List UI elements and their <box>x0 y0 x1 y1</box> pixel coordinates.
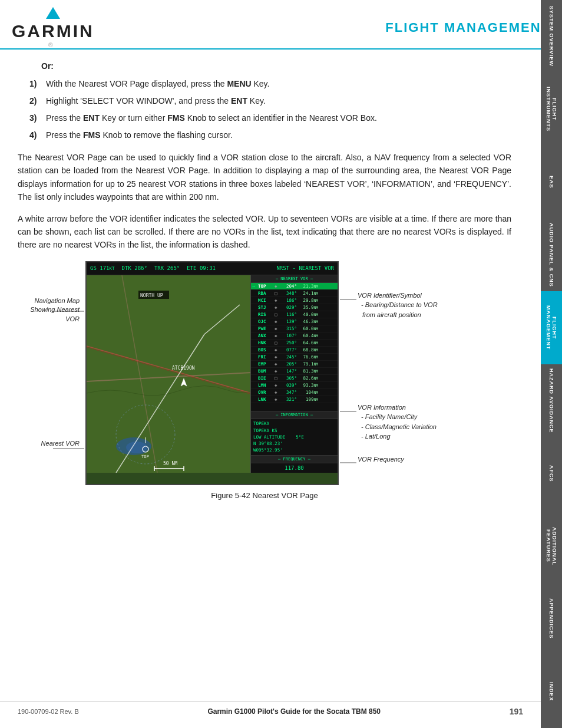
sidebar-item-flight-management[interactable]: FLIGHT MANAGEMENT <box>541 291 562 364</box>
map-svg: ATCB19ON 50 NM TOP NORTH UP <box>87 275 252 473</box>
sidebar-item-eas[interactable]: EAS <box>541 146 562 219</box>
figure-area: Navigation MapShowing NearestVOR Nearest… <box>18 261 511 485</box>
sidebar-item-flight-instruments[interactable]: FLIGHT INSTRUMENTS <box>541 73 562 146</box>
step-2: 2) Highlight 'SELECT VOR WINDOW', and pr… <box>29 95 511 107</box>
vor-row-hnk: HNK □ 250° 64.6NM <box>251 340 338 347</box>
vor-row-bos: BOS ◈ 077° 68.8NM <box>251 347 338 354</box>
vor-type: LOW ALTITUDE 5°E <box>253 434 335 440</box>
vor-row-lmn: LMN ◈ 039° 93.3NM <box>251 382 338 389</box>
mfd-topbar: GS 171KT DTK 286° TRK 265° ETE 09:31 NRS… <box>87 262 338 275</box>
vor-info-text: TOPEKA TOPEKA KS LOW ALTITUDE 5°E N 39°0… <box>251 419 338 454</box>
step-1: 1) With the Nearest VOR Page displayed, … <box>29 78 511 90</box>
vor-row-rba: RBA □ 348° 24.1NM <box>251 290 338 297</box>
sidebar-item-index[interactable]: INDEX <box>541 655 562 729</box>
mfd-screen: GS 171KT DTK 286° TRK 265° ETE 09:31 NRS… <box>85 261 339 485</box>
dtk-value: DTK 286° <box>122 265 147 271</box>
garmin-logo-text: GARMIN <box>12 21 94 41</box>
page-footer: 190-00709-02 Rev. B Garmin G1000 Pilot's… <box>0 701 541 716</box>
vor-list: → TOP ◈ 204° 21.3NM RBA □ 348° 24.1NM <box>251 283 338 411</box>
sidebar-item-hazard-avoidance[interactable]: HAZARD AVOIDANCE <box>541 364 562 437</box>
ete-value: ETE 09:31 <box>187 265 216 271</box>
vor-lat: N 39°08.23' <box>253 440 335 447</box>
vor-row-anx: ANX ◈ 107° 60.4NM <box>251 332 338 340</box>
svg-text:NORTH UP: NORTH UP <box>140 293 163 298</box>
vor-row-bie: BIE □ 305° 82.6NM <box>251 375 338 382</box>
vor-lon: W095°32.95' <box>253 447 335 453</box>
svg-text:TOP: TOP <box>141 454 149 459</box>
right-label-vor-info: VOR Information - Facility Name/City - C… <box>358 403 437 442</box>
vor-city: TOPEKA KS <box>253 427 335 434</box>
vor-row-emp: EMP ◈ 205° 79.1NM <box>251 361 338 368</box>
logo-area: GARMIN ® <box>12 7 97 48</box>
vor-info-section: — INFORMATION — TOPEKA TOPEKA KS LOW ALT… <box>251 411 338 454</box>
or-label: Or: <box>41 61 511 71</box>
right-label-vor-freq: VOR Frequency <box>358 456 404 463</box>
vor-name: TOPEKA <box>253 420 335 427</box>
sidebar-item-additional-features[interactable]: ADDITIONAL FEATURES <box>541 510 562 583</box>
sidebar-item-afcs[interactable]: AFCS <box>541 437 562 510</box>
vor-row-fri: FRI ◈ 245° 76.6NM <box>251 354 338 361</box>
connector-lines-left <box>18 261 85 485</box>
svg-text:ATCB19ON: ATCB19ON <box>172 365 195 371</box>
vor-section-title: — NEAREST VOR — <box>251 275 338 283</box>
page-header: GARMIN ® FLIGHT MANAGEMENT <box>0 0 562 50</box>
figure-caption: Figure 5-42 Nearest VOR Page <box>18 491 511 500</box>
footer-doc-number: 190-00709-02 Rev. B <box>18 708 79 715</box>
vor-freq-section: — FREQUENCY — 117.80 <box>251 455 338 473</box>
sidebar-right: SYSTEM OVERVIEW FLIGHT INSTRUMENTS EAS A… <box>541 0 562 728</box>
main-content: Or: 1) With the Nearest VOR Page display… <box>0 50 541 523</box>
vor-info-title: — INFORMATION — <box>251 411 338 419</box>
footer-title: Garmin G1000 Pilot's Guide for the Socat… <box>207 707 381 716</box>
nrst-label: NRST - NEAREST VOR <box>276 265 334 271</box>
vor-row-top: → TOP ◈ 204° 21.3NM <box>251 283 338 290</box>
vor-panel: — NEAREST VOR — → TOP ◈ 204° 21.3NM RBA … <box>250 275 338 473</box>
vor-row-lnk: LNK ◈ 321° 109NM <box>251 396 338 403</box>
body-paragraph-2: A white arrow before the VOR identifier … <box>18 212 511 252</box>
step-3: 3) Press the ENT Key or turn either FMS … <box>29 112 511 124</box>
steps-list: 1) With the Nearest VOR Page displayed, … <box>29 78 511 141</box>
vor-row-mci: MCI ◈ 186° 29.8NM <box>251 297 338 304</box>
sidebar-item-audio-panel[interactable]: AUDIO PANEL & CNS <box>541 219 562 292</box>
vor-freq-title: — FREQUENCY — <box>251 456 338 463</box>
left-labels: Navigation MapShowing NearestVOR Nearest… <box>18 261 85 485</box>
vor-row-pwe: PWE ◈ 315° 60.0NM <box>251 325 338 332</box>
vor-freq-value: 117.80 <box>251 463 338 473</box>
page-title: FLIGHT MANAGEMENT <box>385 20 550 35</box>
sidebar-item-appendices[interactable]: APPENDICES <box>541 582 562 655</box>
body-paragraph-1: The Nearest VOR Page can be used to quic… <box>18 151 511 204</box>
garmin-triangle-icon <box>46 7 60 19</box>
vor-row-bum: BUM ◈ 147° 81.3NM <box>251 368 338 375</box>
vor-row-stj: STJ ◈ 029° 35.9NM <box>251 304 338 311</box>
footer-page-number: 191 <box>510 707 523 716</box>
right-labels: VOR Identifier/Symbol - Bearing/Distance… <box>339 261 445 485</box>
trk-value: TRK 265° <box>154 265 180 271</box>
svg-text:50 NM: 50 NM <box>163 461 177 466</box>
vor-row-ris: RIS □ 116° 40.0NM <box>251 311 338 318</box>
gs-value: GS 171KT <box>90 265 115 271</box>
step-4: 4) Press the FMS Knob to remove the flas… <box>29 129 511 141</box>
sidebar-item-system-overview[interactable]: SYSTEM OVERVIEW <box>541 0 562 73</box>
map-area: ATCB19ON 50 NM TOP NORTH UP <box>87 275 252 473</box>
right-label-vor-id: VOR Identifier/Symbol - Bearing/Distance… <box>358 291 438 320</box>
vor-row-ojc: OJC ◈ 139° 46.3NM <box>251 318 338 325</box>
vor-row-ovr: OVR ◈ 347° 104NM <box>251 389 338 396</box>
